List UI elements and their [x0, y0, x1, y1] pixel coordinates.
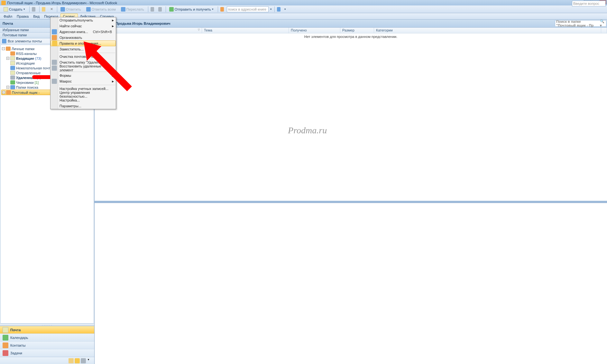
reply-all-button[interactable]: Ответить всем — [84, 6, 118, 13]
delete-button[interactable]: ✕ — [48, 6, 55, 13]
sync-icon — [169, 7, 174, 12]
drafts-icon — [10, 80, 15, 84]
menu-delegate[interactable]: Заместитель... — [51, 46, 116, 52]
new-button[interactable]: Создать▼ — [1, 6, 28, 13]
search-folder-icon — [10, 85, 15, 89]
find-contact-button[interactable] — [219, 6, 226, 13]
watermark: Prodma.ru — [288, 125, 327, 136]
junk-icon — [10, 66, 15, 70]
folder-list-icon[interactable] — [69, 358, 74, 363]
nav-mail-button[interactable]: Почта — [0, 326, 94, 334]
shortcuts-icon[interactable] — [75, 358, 80, 363]
menu-organize[interactable]: Организовать — [51, 35, 116, 40]
search-icon — [2, 39, 6, 43]
nav-calendar-button[interactable]: Календарь — [0, 334, 94, 342]
service-menu: Отправить/получить▶ Найти сейчас▶ Адресн… — [50, 17, 116, 109]
col-from[interactable]: т▽ — [112, 28, 202, 33]
reading-pane — [95, 203, 607, 364]
column-headers: т▽ Тема Получено Размер Категории — [95, 28, 607, 33]
forward-button[interactable]: Переслать — [119, 6, 146, 13]
menu-trust-center[interactable]: Центр управления безопасностью... — [51, 92, 116, 97]
configure-buttons[interactable]: ▼ — [87, 358, 92, 363]
content-panel: ый ящик - Продьма Игорь Владимирович Пои… — [95, 20, 607, 364]
menu-customize[interactable]: Настройка... — [51, 97, 116, 103]
ask-question-input[interactable]: Введите вопрос — [572, 1, 606, 6]
menu-view[interactable]: Вид — [31, 14, 42, 19]
contacts-icon — [3, 342, 8, 348]
tasks-icon — [3, 350, 8, 356]
menu-rules-alerts[interactable]: Правила и оповещения... — [51, 40, 116, 46]
reply-all-icon — [86, 7, 91, 12]
redaction-mark — [32, 75, 51, 79]
address-book-icon — [52, 29, 57, 34]
col-categories[interactable]: Категории — [374, 28, 601, 33]
organize-icon — [52, 35, 57, 40]
nav-contacts-button[interactable]: Контакты — [0, 342, 94, 349]
journal-icon[interactable] — [81, 358, 86, 363]
nav-bottom-bar: ▼ — [0, 357, 94, 364]
mail-icon — [3, 327, 8, 333]
reply-icon — [60, 7, 65, 12]
rss-icon — [10, 51, 15, 56]
flag-button[interactable] — [157, 6, 164, 13]
mail-icon — [4, 7, 8, 12]
folder-icon — [42, 7, 45, 12]
reply-button[interactable]: Ответить — [58, 6, 83, 13]
address-search-input[interactable]: поиск в адресной книге — [227, 6, 269, 12]
trash-icon — [10, 75, 15, 80]
empty-trash-icon — [52, 60, 57, 65]
menu-file[interactable]: Файл — [1, 14, 14, 19]
menu-send-receive[interactable]: Отправить/получить▶ — [51, 17, 116, 23]
col-subject[interactable]: Тема — [202, 28, 289, 33]
col-flag[interactable] — [601, 28, 607, 33]
folder-search-input[interactable]: Поиск в папке "Почтовый ящик - Пр🔍 ▾ — [555, 20, 606, 27]
help-icon — [277, 7, 281, 12]
window-title: Почтовый ящик - Продьма Игорь Владимиров… — [7, 1, 117, 5]
menu-options[interactable]: Параметры... — [51, 103, 116, 109]
send-receive-button[interactable]: Отправить и получить▼ — [167, 6, 216, 13]
col-size[interactable]: Размер — [340, 28, 374, 33]
menu-macros[interactable]: Макрос▶ — [51, 78, 116, 84]
menu-edit[interactable]: Правка — [14, 14, 31, 19]
print-icon — [32, 7, 35, 12]
outbox-icon — [10, 61, 15, 65]
empty-message: Нет элементов для просмотра в данном пре… — [95, 33, 607, 40]
rules-icon — [52, 41, 57, 46]
menu-restore-deleted[interactable]: Восстановить удаленные элемент — [51, 65, 116, 71]
menu-find-now[interactable]: Найти сейчас▶ — [51, 23, 116, 29]
restore-icon — [52, 66, 57, 71]
forward-icon — [121, 7, 125, 12]
window-titlebar: Почтовый ящик - Продьма Игорь Владимиров… — [0, 0, 607, 5]
nav-tasks-button[interactable]: Задачи — [0, 349, 94, 357]
col-received[interactable]: Получено — [289, 28, 340, 33]
move-button[interactable] — [41, 6, 48, 13]
content-header: ый ящик - Продьма Игорь Владимирович Пои… — [95, 20, 607, 28]
folder-icon — [6, 47, 11, 51]
mailbox-icon — [6, 90, 11, 94]
contact-icon — [220, 7, 224, 12]
app-icon — [1, 1, 6, 5]
sent-icon — [10, 71, 15, 75]
menu-forms[interactable]: Формы▶ — [51, 73, 116, 78]
menu-mailbox-cleanup[interactable]: Очистка почтового ящ — [51, 54, 116, 59]
inbox-icon — [10, 56, 15, 60]
calendar-icon — [3, 335, 8, 341]
help-button[interactable] — [276, 6, 283, 13]
categorize-button[interactable] — [149, 6, 156, 13]
macro-icon — [52, 79, 57, 84]
print-button[interactable] — [31, 6, 38, 13]
menu-address-book[interactable]: Адресная книга...Ctrl+Shift+B — [51, 29, 116, 35]
main-toolbar: Создать▼ ✕ Ответить Ответить всем Пересл… — [0, 5, 607, 13]
